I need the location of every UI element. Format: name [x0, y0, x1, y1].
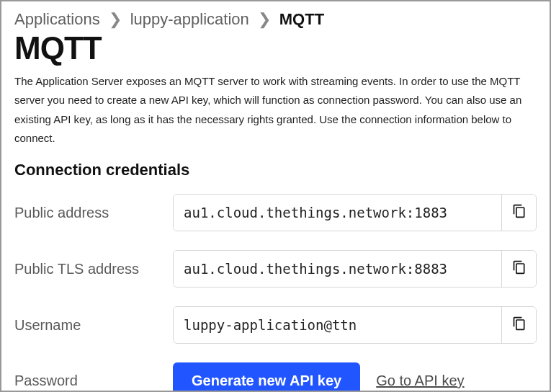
breadcrumb: Applications ❯ luppy-application ❯ MQTT — [14, 10, 537, 29]
generate-api-key-button[interactable]: Generate new API key — [173, 362, 360, 392]
public-address-label: Public address — [14, 205, 173, 221]
username-label: Username — [14, 317, 173, 334]
page-description: The Application Server exposes an MQTT s… — [14, 72, 537, 148]
copy-icon — [512, 203, 527, 222]
password-label: Password — [14, 373, 173, 389]
chevron-right-icon: ❯ — [258, 10, 271, 29]
copy-icon — [512, 259, 527, 278]
copy-public-address-button[interactable] — [501, 195, 536, 231]
copy-username-button[interactable] — [501, 307, 536, 343]
username-field[interactable] — [174, 307, 501, 343]
breadcrumb-current: MQTT — [279, 10, 324, 29]
copy-public-tls-address-button[interactable] — [501, 251, 536, 287]
page-title: MQTT — [14, 30, 537, 66]
go-to-api-key-link[interactable]: Go to API key — [376, 373, 464, 389]
public-address-field[interactable] — [174, 195, 501, 231]
breadcrumb-luppy-application[interactable]: luppy-application — [130, 10, 249, 29]
chevron-right-icon: ❯ — [109, 10, 122, 29]
public-tls-address-label: Public TLS address — [14, 261, 173, 277]
connection-credentials-heading: Connection credentials — [14, 161, 537, 179]
copy-icon — [512, 316, 527, 334]
breadcrumb-applications[interactable]: Applications — [14, 10, 100, 29]
public-tls-address-field[interactable] — [174, 251, 501, 287]
